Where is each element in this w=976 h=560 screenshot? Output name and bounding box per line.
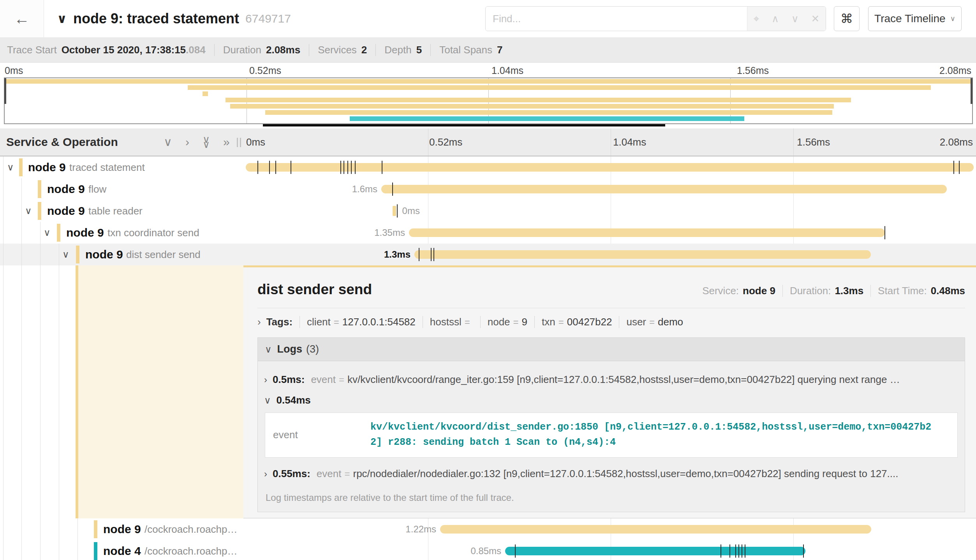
minimap-span-bar xyxy=(230,104,834,109)
find-box: ⌖ ∧ ∨ ✕ xyxy=(485,6,826,31)
span-row-traced-statement[interactable]: ∨ node 9 traced statement xyxy=(0,156,976,178)
log-value: kv/kvclient/kvcoord/range_iter.go:159 [n… xyxy=(347,374,900,386)
title-collapse-icon[interactable]: ∨ xyxy=(57,11,67,26)
chevron-down-icon: ∨ xyxy=(265,344,272,355)
indent-guide xyxy=(59,540,59,560)
prev-result-icon[interactable]: ∧ xyxy=(772,13,779,25)
collapse-controls: ∨ › ∨∨ » xyxy=(164,128,230,156)
indent-guide xyxy=(78,518,78,540)
span-row-node9-roachpb[interactable]: node 9 /cockroach.roachpb.I… 1.22ms xyxy=(0,518,976,540)
span-bar-cell[interactable]: 1.6ms xyxy=(243,178,976,200)
indent-guide xyxy=(21,244,22,265)
summary-value: October 15 2020, 17:38:15 xyxy=(62,44,186,56)
span-bar[interactable] xyxy=(409,228,885,237)
indent-guide xyxy=(3,244,4,265)
trace-id: 6749717 xyxy=(245,12,291,25)
span-bar[interactable] xyxy=(440,525,871,534)
indent-guide xyxy=(3,156,4,178)
span-bar[interactable] xyxy=(414,250,871,259)
span-bar-cell[interactable]: 0.85ms xyxy=(243,540,976,560)
span-duration-label: 1.22ms xyxy=(405,518,436,540)
service-color-bar xyxy=(76,246,79,263)
span-bar-cell[interactable]: 1.35ms xyxy=(243,222,976,244)
collapse-all-icon[interactable]: ∨∨ xyxy=(203,137,210,147)
minimap-scroll-indicator[interactable] xyxy=(263,124,665,126)
minimap-tick-2: 1.04ms xyxy=(492,65,523,76)
detail-span-title: dist sender send xyxy=(257,281,372,298)
span-row-txn-coordinator-send[interactable]: ∨ node 9 txn coordinator send 1.35ms xyxy=(0,222,976,244)
indent-guide xyxy=(40,244,41,265)
span-rows: ∨ node 9 traced statement xyxy=(0,156,976,265)
log-marker xyxy=(738,544,739,558)
logs-header[interactable]: ∨ Logs (3) xyxy=(258,338,965,361)
expand-one-icon[interactable]: › xyxy=(185,136,189,148)
timeline-tick-0: 0ms xyxy=(246,128,265,156)
timeline-tick-2: 1.04ms xyxy=(613,128,646,156)
span-bar-cell[interactable]: 1.22ms xyxy=(243,518,976,540)
row-collapse-chevron[interactable]: ∨ xyxy=(25,200,32,222)
log-marker xyxy=(340,161,341,174)
tags-accordion[interactable]: › Tags: client=127.0.0.1:54582 hostssl= … xyxy=(257,316,965,328)
summary-value-fraction: .084 xyxy=(186,44,206,56)
detail-meta: Service: node 9 Duration: 1.3ms Start Ti… xyxy=(695,285,965,297)
indent-guide xyxy=(21,265,22,518)
span-bar[interactable] xyxy=(505,547,805,555)
locate-icon[interactable]: ⌖ xyxy=(754,13,759,25)
clear-search-icon[interactable]: ✕ xyxy=(811,13,819,25)
log-value: kv/kvclient/kvcoord/dist_sender.go:1850 … xyxy=(370,420,935,450)
command-icon: ⌘ xyxy=(840,11,853,26)
collapse-one-icon[interactable]: ∨ xyxy=(164,136,172,148)
span-bar-cell[interactable]: 0ms xyxy=(243,200,976,222)
timeline-grid-header: Service & Operation ∨ › ∨∨ » 0ms 0.52ms … xyxy=(0,128,976,156)
minimap-left-scrubber[interactable] xyxy=(4,78,6,104)
span-duration-label: 0ms xyxy=(402,200,420,222)
gridline xyxy=(611,128,611,156)
span-bar-cell[interactable]: 1.3ms xyxy=(243,244,976,265)
span-detail-panel: dist sender send Service: node 9 Duratio… xyxy=(243,265,976,518)
span-rows-bottom: node 9 /cockroach.roachpb.I… 1.22ms node… xyxy=(0,518,976,560)
keyboard-shortcuts-button[interactable]: ⌘ xyxy=(834,6,860,31)
back-button[interactable]: ← xyxy=(0,0,44,37)
column-resize-grip[interactable] xyxy=(237,138,241,147)
log-timestamp: 0.55ms: xyxy=(273,468,310,480)
view-selector-button[interactable]: Trace Timeline ∨ xyxy=(868,6,962,31)
summary-label: Duration xyxy=(223,44,261,56)
span-row-table-reader[interactable]: ∨ node 9 table reader 0ms xyxy=(0,200,976,222)
indent-guide xyxy=(3,178,4,200)
span-bar[interactable] xyxy=(381,185,947,193)
minimap-canvas[interactable] xyxy=(4,77,973,124)
log-entry-3[interactable]: › 0.55ms: event = rpc/nodedialer/nodedia… xyxy=(264,468,958,480)
summary-value: 5 xyxy=(416,44,422,56)
span-row-flow[interactable]: node 9 flow 1.6ms xyxy=(0,178,976,200)
span-bar-cell[interactable] xyxy=(243,156,976,178)
row-collapse-chevron[interactable]: ∨ xyxy=(62,244,69,265)
logs-accordion: ∨ Logs (3) › 0.5ms: event = kv/kvclient/… xyxy=(257,337,965,512)
span-row-node4-roachpb[interactable]: node 4 /cockroach.roachpb.I… 0.85ms xyxy=(0,540,976,560)
log-marker xyxy=(351,161,352,174)
minimap-span-bar xyxy=(203,91,208,96)
row-collapse-chevron[interactable]: ∨ xyxy=(7,156,14,178)
log-timestamp: 0.54ms xyxy=(277,394,311,406)
log-marker xyxy=(515,544,516,558)
row-collapse-chevron[interactable]: ∨ xyxy=(44,222,51,244)
indent-guide xyxy=(59,244,59,265)
minimap-right-scrubber[interactable] xyxy=(971,78,972,104)
view-selector-label: Trace Timeline xyxy=(874,12,946,25)
expand-all-icon[interactable]: » xyxy=(223,136,230,148)
log-marker xyxy=(745,544,745,558)
span-operation: /cockroach.roachpb.I… xyxy=(144,540,240,560)
logs-label: Logs xyxy=(277,343,303,355)
log-marker xyxy=(257,161,258,174)
next-result-icon[interactable]: ∨ xyxy=(791,13,799,25)
span-operation: dist sender send xyxy=(126,244,201,265)
back-arrow-icon: ← xyxy=(14,10,30,28)
span-row-dist-sender-send[interactable]: ∨ node 9 dist sender send 1.3ms xyxy=(0,244,976,265)
find-input[interactable] xyxy=(486,7,747,31)
log-entry-1[interactable]: › 0.5ms: event = kv/kvclient/kvcoord/ran… xyxy=(264,374,958,386)
find-controls: ⌖ ∧ ∨ ✕ xyxy=(747,7,826,31)
detail-indent-column xyxy=(0,265,243,518)
span-service: node 9 xyxy=(66,222,104,244)
span-bar[interactable] xyxy=(393,206,396,216)
log-entry-2[interactable]: ∨ 0.54ms xyxy=(264,394,958,406)
span-duration-label: 1.35ms xyxy=(374,222,405,244)
